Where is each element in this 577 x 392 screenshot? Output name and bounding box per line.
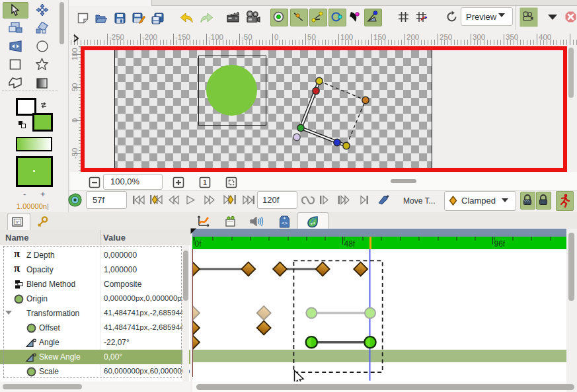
svg-text:π°: π° xyxy=(15,220,20,224)
svg-text:1: 1 xyxy=(203,179,207,186)
